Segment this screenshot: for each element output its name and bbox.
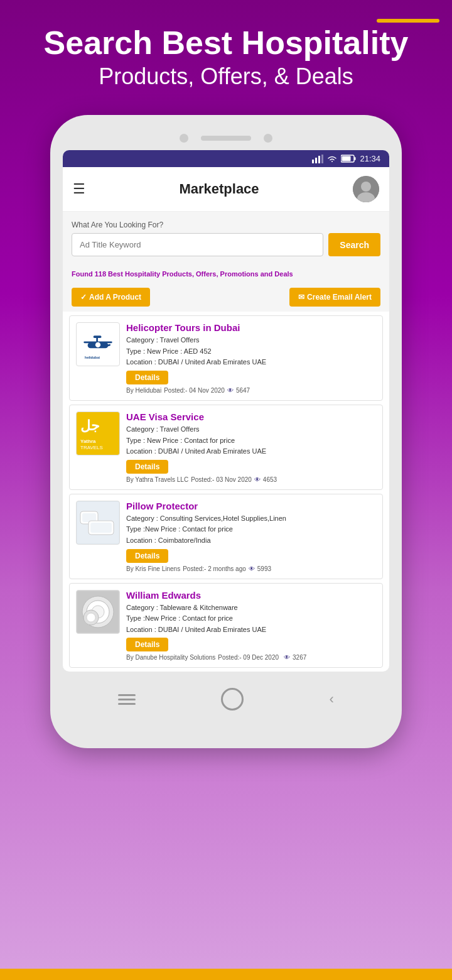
- nav-home-button[interactable]: [221, 688, 244, 710]
- search-row: Search: [72, 233, 380, 256]
- details-button-4[interactable]: Details: [126, 638, 168, 651]
- views-count-4: 3267: [293, 654, 306, 661]
- search-label: What Are You Looking For?: [72, 220, 380, 229]
- listing-thumbnail-4: [76, 590, 120, 634]
- listing-thumbnail-3: [76, 501, 120, 545]
- details-button-1[interactable]: Details: [126, 371, 168, 384]
- listing-footer-1: By Helidubai Posted:- 04 Nov 2020 👁 5647: [126, 387, 376, 394]
- listing-category-4: Category : Tableware & Kitchenware: [126, 602, 376, 614]
- listing-title-1[interactable]: Helicopter Tours in Dubai: [126, 322, 376, 333]
- posted-date-3: Posted:- 2 months ago: [183, 565, 246, 572]
- listing-card-2: جل Yathra TRAVELS UAE Visa Service Categ…: [69, 405, 383, 490]
- phone-speaker: [201, 136, 251, 141]
- posted-date-1: Posted:- 04 Nov 2020: [164, 387, 225, 394]
- posted-by-1: By Helidubai: [126, 387, 161, 394]
- svg-text:جل: جل: [80, 418, 100, 433]
- search-button[interactable]: Search: [328, 233, 380, 256]
- listing-location-3: Location : Coimbatore/India: [126, 535, 376, 547]
- listing-title-4[interactable]: William Edwards: [126, 590, 376, 601]
- bottom-strip: [0, 969, 452, 980]
- listing-thumbnail-1: helidubai: [76, 322, 120, 366]
- hamburger-icon[interactable]: ☰: [73, 181, 85, 197]
- status-icons: 21:34: [312, 154, 380, 163]
- eye-icon-1: 👁: [227, 387, 234, 394]
- eye-icon-2: 👁: [254, 476, 261, 483]
- header-title: Search Best Hospitality: [13, 25, 439, 61]
- svg-rect-2: [318, 156, 320, 163]
- search-section: What Are You Looking For? Search: [63, 212, 389, 265]
- create-email-alert-button[interactable]: ✉ Create Email Alert: [289, 288, 380, 307]
- svg-rect-6: [342, 156, 351, 161]
- listing-card-1: helidubai Helicopter Tours in Dubai Cate…: [69, 315, 383, 401]
- svg-rect-3: [321, 155, 323, 163]
- listing-type-price-3: Type :New Price : Contact for price: [126, 524, 376, 535]
- phone-camera-2: [264, 134, 272, 143]
- listing-location-4: Location : DUBAI / United Arab Emirates …: [126, 624, 376, 636]
- svg-rect-5: [355, 157, 356, 160]
- listing-location-2: Location : DUBAI / United Arab Emirates …: [126, 446, 376, 457]
- posted-by-4: By Danube Hospitality Solutions: [126, 654, 215, 661]
- svg-point-16: [95, 342, 100, 348]
- wifi-icon: [327, 155, 337, 163]
- time-display: 21:34: [360, 154, 380, 163]
- phone-nav-bar: ‹: [63, 678, 389, 717]
- listing-category-1: Category : Travel Offers: [126, 335, 376, 346]
- views-count-3: 5993: [257, 565, 271, 572]
- svg-rect-1: [315, 158, 317, 163]
- header-accent: [377, 19, 439, 23]
- svg-point-8: [361, 182, 371, 192]
- listing-title-3[interactable]: Pillow Protector: [126, 501, 376, 511]
- phone-mockup: 21:34 ☰ Marketplace What Are You Looking…: [50, 115, 402, 748]
- listing-title-2[interactable]: UAE Visa Service: [126, 411, 376, 422]
- views-count-2: 4653: [263, 476, 277, 483]
- add-product-button[interactable]: ✓ Add A Product: [72, 288, 150, 307]
- search-input[interactable]: [72, 233, 323, 256]
- listing-category-3: Category : Consulting Services,Hotel Sup…: [126, 513, 376, 525]
- nav-menu-icon[interactable]: [118, 694, 136, 705]
- svg-text:helidubai: helidubai: [85, 356, 100, 359]
- views-count-1: 5647: [236, 387, 250, 394]
- app-title: Marketplace: [179, 181, 259, 197]
- svg-rect-26: [90, 523, 112, 533]
- eye-icon-3: 👁: [249, 565, 255, 572]
- svg-rect-0: [312, 160, 314, 163]
- details-button-3[interactable]: Details: [126, 549, 168, 563]
- svg-text:TRAVELS: TRAVELS: [80, 445, 103, 450]
- avatar[interactable]: [353, 176, 379, 202]
- listing-info-1: Helicopter Tours in Dubai Category : Tra…: [126, 322, 376, 394]
- email-icon: ✉: [298, 293, 304, 302]
- listing-card-4: William Edwards Category : Tableware & K…: [69, 583, 383, 668]
- svg-point-32: [87, 613, 95, 622]
- battery-icon: [341, 155, 356, 163]
- results-text: Found 118 Best Hospitality Products, Off…: [72, 270, 380, 278]
- listing-type-price-1: Type : New Price : AED 452: [126, 346, 376, 357]
- phone-screen: 21:34 ☰ Marketplace What Are You Looking…: [63, 150, 389, 672]
- listing-card-3: Pillow Protector Category : Consulting S…: [69, 494, 383, 579]
- posted-date-4: Posted:- 09 Dec 2020: [218, 654, 279, 661]
- status-bar: 21:34: [63, 150, 389, 167]
- listing-info-4: William Edwards Category : Tableware & K…: [126, 590, 376, 662]
- phone-camera: [180, 134, 188, 143]
- listing-thumbnail-2: جل Yathra TRAVELS: [76, 411, 120, 455]
- app-header: ☰ Marketplace: [63, 167, 389, 212]
- action-buttons: ✓ Add A Product ✉ Create Email Alert: [63, 283, 389, 312]
- chevron-down-icon: ✓: [80, 293, 87, 302]
- header-subtitle: Products, Offers, & Deals: [13, 63, 439, 90]
- details-button-2[interactable]: Details: [126, 460, 168, 474]
- listing-location-1: Location : DUBAI / United Arab Emirates …: [126, 357, 376, 368]
- listing-category-2: Category : Travel Offers: [126, 424, 376, 435]
- listing-footer-2: By Yathra Travels LLC Posted:- 03 Nov 20…: [126, 476, 376, 483]
- listing-info-3: Pillow Protector Category : Consulting S…: [126, 501, 376, 572]
- posted-by-2: By Yathra Travels LLC: [126, 476, 188, 483]
- phone-top-decoration: [63, 134, 389, 143]
- listing-footer-3: By Kris Fine Linens Posted:- 2 months ag…: [126, 565, 376, 572]
- nav-back-icon[interactable]: ‹: [330, 691, 334, 707]
- eye-icon-4: 👁: [284, 654, 290, 661]
- svg-text:Yathra: Yathra: [80, 438, 96, 444]
- results-info: Found 118 Best Hospitality Products, Off…: [63, 265, 389, 283]
- listing-info-2: UAE Visa Service Category : Travel Offer…: [126, 411, 376, 483]
- listing-type-price-4: Type :New Price : Contact for price: [126, 613, 376, 624]
- svg-rect-14: [94, 336, 102, 339]
- posted-date-2: Posted:- 03 Nov 2020: [191, 476, 252, 483]
- listing-type-price-2: Type : New Price : Contact for price: [126, 435, 376, 447]
